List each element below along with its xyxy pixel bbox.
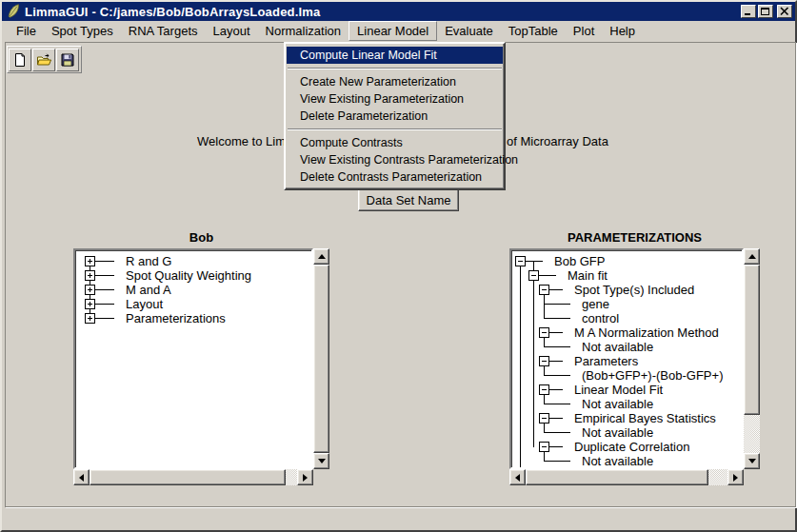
collapse-box-icon[interactable]	[539, 327, 549, 338]
close-button[interactable]	[777, 5, 792, 18]
menubar-item-toptable[interactable]: TopTable	[501, 22, 566, 40]
tree-item-label[interactable]: M A Normalization Method	[574, 325, 719, 340]
tree-item-main-fit[interactable]: Main fit	[511, 268, 742, 283]
tree-item-layout[interactable]: Layout	[75, 297, 311, 311]
minimize-button[interactable]	[741, 5, 756, 18]
tree-item-label[interactable]: Spot Quality Weighting	[126, 268, 251, 283]
data-set-name-button[interactable]: Data Set Name	[358, 188, 459, 211]
scroll-down-button[interactable]	[744, 453, 760, 469]
menubar-item-linear-model[interactable]: Linear Model	[349, 21, 437, 41]
menu-item-delete-parameterization[interactable]: Delete Parameterization	[287, 108, 503, 125]
expand-box-icon[interactable]	[85, 285, 95, 295]
scroll-left-button[interactable]	[509, 469, 526, 485]
collapse-box-icon[interactable]	[539, 442, 549, 452]
tree-item-empirical-bayes-statistics[interactable]: Empirical Bayes Statistics	[511, 411, 742, 425]
tree-item-label[interactable]: Not available	[582, 425, 653, 440]
new-file-button[interactable]	[9, 49, 31, 71]
menubar-item-plot[interactable]: Plot	[566, 22, 602, 40]
tree-item-label[interactable]: Layout	[126, 297, 163, 311]
scroll-thumb[interactable]	[526, 469, 708, 485]
tree-item-label[interactable]: (Bob+GFP+)-(Bob-GFP+)	[582, 368, 723, 383]
collapse-box-icon[interactable]	[539, 413, 549, 424]
tree-connector-line	[544, 432, 570, 433]
tree-item-control[interactable]: control	[511, 311, 742, 325]
collapse-box-icon[interactable]	[515, 256, 526, 266]
scroll-right-button[interactable]	[727, 469, 744, 485]
tree-item-spot-quality-weighting[interactable]: Spot Quality Weighting	[75, 268, 311, 283]
menu-item-compute-linear-model-fit[interactable]: Compute Linear Model Fit	[287, 47, 503, 64]
tree-item-gene[interactable]: gene	[511, 297, 742, 311]
tree-item-label[interactable]: Spot Type(s) Included	[574, 283, 694, 297]
tree-item-label[interactable]: Duplicate Correlation	[574, 440, 689, 454]
menu-item-view-existing-parameterization[interactable]: View Existing Parameterization	[287, 90, 503, 108]
scroll-left-button[interactable]	[73, 469, 90, 485]
tree-item-not-available[interactable]: Not available	[511, 397, 742, 411]
expand-box-icon[interactable]	[85, 270, 95, 281]
scroll-thumb[interactable]	[313, 265, 329, 453]
tree-item-duplicate-correlation[interactable]: Duplicate Correlation	[511, 440, 742, 454]
expand-box-icon[interactable]	[85, 256, 95, 266]
expand-box-icon[interactable]	[85, 299, 95, 309]
arrow-up-icon	[748, 250, 756, 259]
tree-item-bob-gfp[interactable]: Bob GFP	[511, 254, 742, 268]
arrow-left-icon	[75, 474, 84, 482]
tree-item-label[interactable]: Not available	[582, 454, 653, 468]
collapse-box-icon[interactable]	[539, 384, 549, 395]
scroll-thumb[interactable]	[744, 265, 760, 415]
menubar-item-layout[interactable]: Layout	[206, 22, 258, 40]
scroll-down-button[interactable]	[313, 453, 329, 469]
tree-connector-line	[544, 318, 570, 319]
tree-item-bob-gfp-bob-gfp[interactable]: (Bob+GFP+)-(Bob-GFP+)	[511, 368, 742, 383]
tree-item-not-available[interactable]: Not available	[511, 425, 742, 440]
collapse-box-icon[interactable]	[539, 285, 549, 295]
scroll-right-button[interactable]	[297, 469, 313, 485]
menubar-item-spot-types[interactable]: Spot Types	[44, 22, 121, 40]
menu-item-compute-contrasts[interactable]: Compute Contrasts	[287, 134, 503, 151]
expand-box-icon[interactable]	[85, 313, 95, 324]
menu-item-create-new-parameterization[interactable]: Create New Parameterization	[287, 73, 503, 90]
tree-item-label[interactable]: M and A	[126, 283, 171, 297]
tree-item-label[interactable]: Not available	[582, 340, 653, 354]
tree-item-not-available[interactable]: Not available	[511, 454, 742, 468]
menu-item-delete-contrasts-parameterization[interactable]: Delete Contrasts Parameterization	[287, 168, 503, 186]
tree-item-linear-model-fit[interactable]: Linear Model Fit	[511, 383, 742, 397]
tree-item-label[interactable]: Bob GFP	[554, 254, 605, 268]
tree-item-label[interactable]: control	[582, 311, 619, 325]
new-file-icon	[12, 52, 28, 68]
tree-item-label[interactable]: Linear Model Fit	[574, 383, 663, 397]
tree-item-not-available[interactable]: Not available	[511, 340, 742, 354]
menubar-item-normalization[interactable]: Normalization	[258, 22, 349, 40]
menubar-item-file[interactable]: File	[9, 22, 44, 40]
tree-item-label[interactable]: gene	[582, 297, 609, 311]
tree-item-r-and-g[interactable]: R and G	[75, 254, 311, 268]
open-file-icon	[36, 52, 52, 68]
menubar-item-rna-targets[interactable]: RNA Targets	[121, 22, 206, 40]
menubar-item-evaluate[interactable]: Evaluate	[437, 22, 501, 40]
tree-item-label[interactable]: Parameterizations	[126, 311, 226, 325]
menubar-item-help[interactable]: Help	[602, 22, 643, 40]
tree-item-label[interactable]: Not available	[582, 397, 653, 411]
tree-guide-line	[520, 297, 521, 311]
menu-item-view-existing-contrasts-parameterization[interactable]: View Existing Contrasts Parameterization	[287, 151, 503, 168]
tree-item-spot-type-s-included[interactable]: Spot Type(s) Included	[511, 283, 742, 297]
tree-guide-line	[520, 397, 521, 411]
tree-item-parameters[interactable]: Parameters	[511, 354, 742, 368]
scroll-up-button[interactable]	[313, 248, 329, 265]
tree-item-m-a-normalization-method[interactable]: M A Normalization Method	[511, 325, 742, 340]
tree-item-parameterizations[interactable]: Parameterizations	[75, 311, 311, 325]
tree-item-label[interactable]: R and G	[126, 254, 171, 268]
scroll-thumb[interactable]	[90, 469, 286, 485]
collapse-box-icon[interactable]	[539, 356, 549, 366]
tree-item-label[interactable]: Main fit	[568, 268, 608, 283]
save-file-button[interactable]	[56, 49, 79, 71]
tree-item-label[interactable]: Parameters	[574, 354, 638, 368]
tree-item-m-and-a[interactable]: M and A	[75, 283, 311, 297]
scroll-up-button[interactable]	[744, 248, 760, 265]
tree-guide-line	[520, 411, 521, 425]
tree-guide-line	[533, 368, 534, 383]
collapse-box-icon[interactable]	[528, 270, 539, 281]
tree-item-label[interactable]: Empirical Bayes Statistics	[574, 411, 716, 425]
maximize-button[interactable]	[758, 5, 773, 18]
left-tree-viewport: R and GSpot Quality WeightingM and ALayo…	[73, 248, 313, 469]
open-file-button[interactable]	[32, 49, 55, 71]
